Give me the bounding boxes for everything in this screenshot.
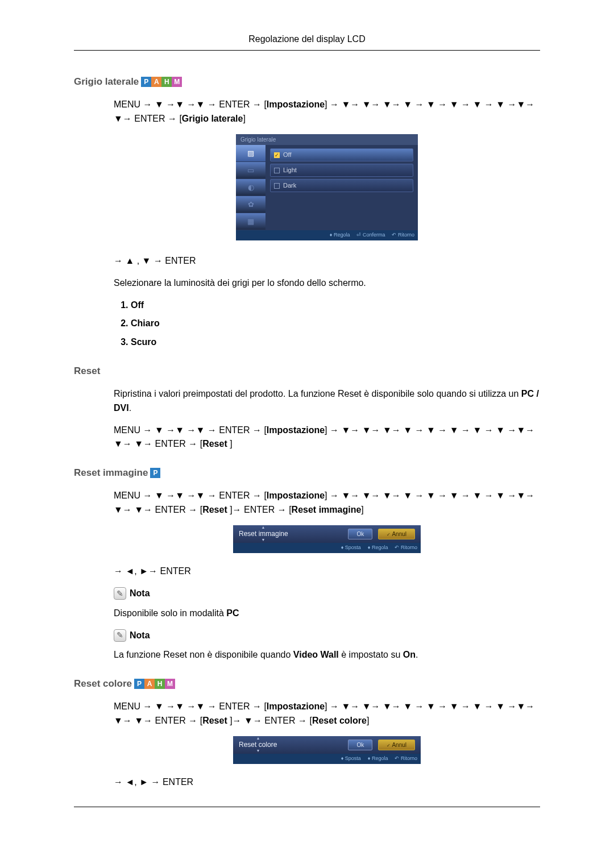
osd-sidebar: ▨ ▭ ◐ ✿ ▦: [236, 145, 265, 230]
dlg-foot-move: ♦ Sposta: [341, 544, 361, 552]
dialog-title: Reset immagine: [239, 529, 288, 539]
check-icon: [274, 168, 280, 173]
page-header: Regolazione del display LCD: [74, 34, 540, 51]
mode-badges: P A H M: [141, 77, 182, 87]
nav-hint: → ▲ , ▼ → ENTER: [114, 254, 540, 268]
dialog-reset-colore: Reset colore Ok Annul ♦ Sposta ♦ Regola …: [114, 736, 540, 764]
option-off: Off: [131, 298, 540, 313]
osd-tab-icon: ▭: [236, 162, 265, 179]
nav-hint: → ◄, ► → ENTER: [114, 775, 540, 790]
content-grigio: MENU → ▼ →▼ →▼ → ENTER → [Impostazione] …: [114, 98, 540, 350]
description: Selezionare la luminosità dei grigi per …: [114, 276, 540, 290]
note-icon: ✎: [114, 587, 126, 600]
ok-button: Ok: [348, 529, 372, 540]
badge-a-icon: A: [151, 77, 161, 87]
badge-h-icon: H: [155, 679, 165, 689]
content-reset-immagine: MENU → ▼ →▼ →▼ → ENTER → [Impostazione] …: [114, 489, 540, 662]
heading-reset-colore: Reset colore P A H M: [74, 678, 540, 690]
osd-tab-icon: ▦: [236, 213, 265, 230]
heading-text: Reset colore: [74, 678, 132, 690]
menu-path: MENU → ▼ →▼ →▼ → ENTER → [Impostazione] …: [114, 489, 540, 517]
heading-grigio-laterale: Grigio laterale P A H M: [74, 76, 540, 88]
dialog-reset-immagine: Reset immagine Ok Annul ♦ Sposta ♦ Regol…: [114, 525, 540, 553]
content-reset: Ripristina i valori preimpostati del pro…: [114, 387, 540, 451]
osd-option-light: Light: [270, 164, 413, 177]
mode-badges: P: [150, 468, 160, 478]
osd-option-dark: Dark: [270, 179, 413, 192]
description: Ripristina i valori preimpostati del pro…: [114, 387, 540, 416]
nav-hint: → ◄, ►→ ENTER: [114, 564, 540, 579]
dialog-footer: ♦ Sposta ♦ Regola ↶ Ritorno: [233, 543, 421, 553]
option-chiaro: Chiaro: [131, 317, 540, 331]
dlg-foot-adjust: ♦ Regola: [368, 755, 388, 763]
note-text: Disponibile solo in modalità PC: [114, 607, 540, 621]
osd-title: Grigio laterale: [236, 134, 418, 146]
note-icon: ✎: [114, 629, 126, 642]
badge-p-icon: P: [150, 468, 160, 478]
nota-row: ✎ Nota: [114, 587, 540, 601]
heading-text: Reset immagine: [74, 467, 148, 479]
osd-foot-adjust: ♦ Regola: [330, 231, 350, 239]
dialog-footer: ♦ Sposta ♦ Regola ↶ Ritorno: [233, 754, 421, 764]
badge-a-icon: A: [144, 679, 155, 689]
badge-m-icon: M: [165, 679, 175, 689]
cancel-button: Annul: [378, 529, 415, 540]
content-reset-colore: MENU → ▼ →▼ →▼ → ENTER → [Impostazione] …: [114, 700, 540, 790]
osd-option-off: Off: [270, 148, 413, 161]
nota-label: Nota: [130, 587, 150, 601]
heading-text: Reset: [74, 366, 100, 377]
badge-p-icon: P: [141, 77, 151, 87]
cancel-button: Annul: [378, 740, 415, 751]
menu-path: MENU → ▼ →▼ →▼ → ENTER → [Impostazione] …: [114, 423, 540, 452]
heading-text: Grigio laterale: [74, 76, 139, 88]
osd-tab-icon: ✿: [236, 196, 265, 213]
badge-p-icon: P: [134, 679, 144, 689]
footer-rule: [74, 807, 540, 807]
heading-reset-immagine: Reset immagine P: [74, 467, 540, 479]
nota-row: ✎ Nota: [114, 629, 540, 643]
osd-tab-icon: ◐: [236, 179, 265, 196]
osd-foot-return: ↶ Ritorno: [392, 231, 414, 239]
osd-tab-icon: ▨: [236, 145, 265, 162]
dlg-foot-move: ♦ Sposta: [341, 755, 361, 763]
ok-button: Ok: [348, 740, 372, 751]
check-icon: [274, 152, 280, 158]
menu-path: MENU → ▼ →▼ →▼ → ENTER → [Impostazione] …: [114, 700, 540, 728]
dialog-title: Reset colore: [239, 740, 277, 750]
dlg-foot-return: ↶ Ritorno: [395, 755, 417, 763]
heading-reset: Reset: [74, 366, 540, 377]
options-list: Off Chiaro Scuro: [131, 298, 540, 350]
dlg-foot-return: ↶ Ritorno: [395, 544, 417, 552]
badge-h-icon: H: [161, 77, 172, 87]
dlg-foot-adjust: ♦ Regola: [368, 544, 388, 552]
check-icon: [274, 183, 280, 189]
menu-path: MENU → ▼ →▼ →▼ → ENTER → [Impostazione] …: [114, 98, 540, 126]
osd-footer: ♦ Regola ⏎ Conferma ↶ Ritorno: [236, 230, 418, 240]
mode-badges: P A H M: [134, 679, 175, 689]
osd-screenshot-grigio: Grigio laterale ▨ ▭ ◐ ✿ ▦ Off Light Dark…: [114, 134, 540, 240]
osd-foot-confirm: ⏎ Conferma: [356, 231, 385, 239]
note-text: La funzione Reset non è disponibile quan…: [114, 648, 540, 662]
nota-label: Nota: [130, 629, 150, 643]
badge-m-icon: M: [172, 77, 182, 87]
option-scuro: Scuro: [131, 335, 540, 350]
